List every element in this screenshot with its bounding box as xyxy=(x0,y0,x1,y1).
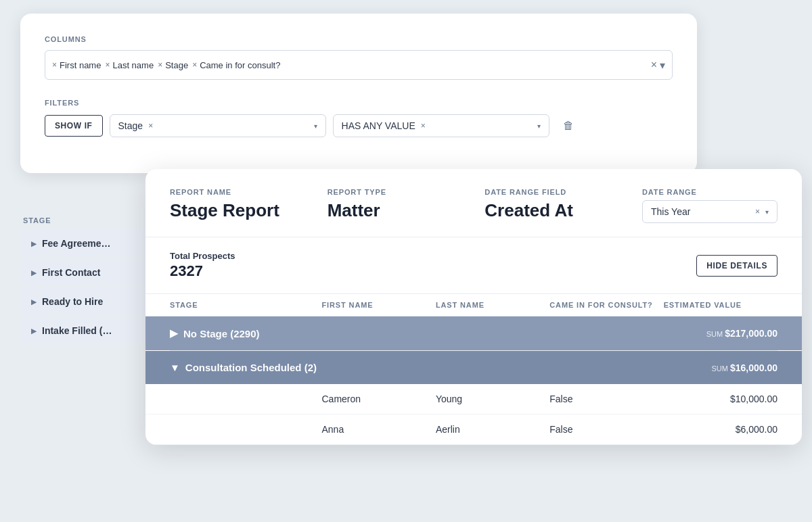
report-name-section: REPORT NAME Stage Report xyxy=(170,188,328,221)
arrow-icon: ▶ xyxy=(31,269,37,277)
remove-first-name[interactable]: × xyxy=(52,60,57,70)
x-icon: × xyxy=(651,59,657,71)
tag-last-name: × Last name xyxy=(105,60,154,70)
report-name-label: REPORT NAME xyxy=(170,188,311,196)
date-range-label: DATE RANGE xyxy=(642,188,777,196)
cell-value-1: $10,000.00 xyxy=(664,394,777,404)
total-section: Total Prospects 2327 xyxy=(170,251,235,280)
report-table: STAGE FIRST NAME LAST NAME CAME IN FOR C… xyxy=(145,294,802,445)
cell-last-1: Young xyxy=(436,394,549,404)
clear-date-range[interactable]: × xyxy=(755,207,760,216)
remove-consult[interactable]: × xyxy=(192,60,197,70)
group-no-stage-row[interactable]: ▶ No Stage (2290) SUM $217,000.00 xyxy=(145,316,802,350)
cell-consult-1: False xyxy=(549,394,663,404)
columns-row: × First name × Last name × Stage × Came … xyxy=(45,50,673,80)
group-consultation-sum: SUM $16,000.00 xyxy=(664,362,777,373)
report-summary: Total Prospects 2327 HIDE DETAILS xyxy=(145,237,802,294)
date-range-section: DATE RANGE This Year × ▾ xyxy=(642,188,777,223)
col-header-stage: STAGE xyxy=(170,301,322,309)
col-header-value: ESTIMATED VALUE xyxy=(664,301,777,309)
cell-first-2: Anna xyxy=(322,424,436,435)
report-name-value: Stage Report xyxy=(170,200,311,221)
cell-first-1: Cameron xyxy=(322,394,436,404)
columns-filters-card: COLUMNS × First name × Last name × Stage… xyxy=(20,14,697,173)
tag-stage: × Stage xyxy=(158,60,188,70)
report-header: REPORT NAME Stage Report REPORT TYPE Mat… xyxy=(145,169,802,237)
group-no-stage-sum: SUM $217,000.00 xyxy=(664,328,777,339)
filter-field-caret: ▾ xyxy=(314,122,317,130)
cell-last-2: Aerlin xyxy=(436,424,549,435)
filter-condition-value: HAS ANY VALUE xyxy=(342,120,415,131)
delete-filter-button[interactable]: 🗑 xyxy=(556,114,581,138)
show-if-button[interactable]: SHOW IF xyxy=(45,115,103,137)
filter-field-value: Stage xyxy=(118,120,143,131)
arrow-icon: ▶ xyxy=(31,327,37,335)
filter-condition-select[interactable]: HAS ANY VALUE × ▾ xyxy=(333,114,549,137)
report-type-label: REPORT TYPE xyxy=(328,188,469,196)
hide-details-button[interactable]: HIDE DETAILS xyxy=(696,255,777,277)
filters-row: SHOW IF Stage × ▾ HAS ANY VALUE × ▾ 🗑 xyxy=(45,114,673,138)
cell-consult-2: False xyxy=(549,424,663,435)
date-range-field-section: DATE RANGE FIELD Created At xyxy=(484,188,642,221)
date-range-field-value: Created At xyxy=(484,200,626,221)
group-no-stage: ▶ No Stage (2290) SUM $217,000.00 xyxy=(145,316,802,350)
group-no-stage-name: ▶ No Stage (2290) xyxy=(170,327,322,339)
date-range-value: This Year xyxy=(651,206,690,217)
group-no-stage-arrow: ▶ xyxy=(170,327,178,339)
clear-filter-condition[interactable]: × xyxy=(421,121,426,130)
date-range-select[interactable]: This Year × ▾ xyxy=(642,200,777,223)
group-consultation-name: ▼ Consultation Scheduled (2) xyxy=(170,362,322,373)
group-consultation-scheduled: ▼ Consultation Scheduled (2) SUM $16,000… xyxy=(145,351,802,384)
col-header-last-name: LAST NAME xyxy=(436,301,549,309)
arrow-icon: ▶ xyxy=(31,298,37,306)
caret-icon: ▾ xyxy=(660,59,665,72)
date-range-field-label: DATE RANGE FIELD xyxy=(484,188,626,196)
columns-dropdown-btn[interactable]: × ▾ xyxy=(651,59,665,72)
filter-field-select[interactable]: Stage × ▾ xyxy=(110,114,326,137)
tag-consult: × Came in for consult? xyxy=(192,60,280,70)
filters-label: FILTERS xyxy=(45,99,673,107)
filter-condition-caret: ▾ xyxy=(537,122,541,130)
remove-stage[interactable]: × xyxy=(158,60,162,70)
table-row: Cameron Young False $10,000.00 xyxy=(145,384,802,414)
table-row: Anna Aerlin False $6,000.00 xyxy=(145,414,802,445)
cell-value-2: $6,000.00 xyxy=(664,424,777,435)
report-type-value: Matter xyxy=(328,200,469,221)
report-type-section: REPORT TYPE Matter xyxy=(328,188,485,221)
arrow-icon: ▶ xyxy=(31,240,37,247)
remove-last-name[interactable]: × xyxy=(105,60,110,70)
date-range-caret: ▾ xyxy=(765,208,769,216)
col-header-consult: CAME IN FOR CONSULT? xyxy=(549,301,663,309)
total-prospects-label: Total Prospects xyxy=(170,251,235,261)
table-header: STAGE FIRST NAME LAST NAME CAME IN FOR C… xyxy=(145,294,802,316)
columns-label: COLUMNS xyxy=(45,35,673,43)
total-prospects-value: 2327 xyxy=(170,262,235,280)
col-header-first-name: FIRST NAME xyxy=(322,301,436,309)
tag-first-name: × First name xyxy=(52,60,101,70)
group-consultation-row[interactable]: ▼ Consultation Scheduled (2) SUM $16,000… xyxy=(145,351,802,384)
report-card: REPORT NAME Stage Report REPORT TYPE Mat… xyxy=(145,169,802,445)
clear-filter-field[interactable]: × xyxy=(148,121,153,130)
group-consultation-arrow: ▼ xyxy=(170,362,180,373)
